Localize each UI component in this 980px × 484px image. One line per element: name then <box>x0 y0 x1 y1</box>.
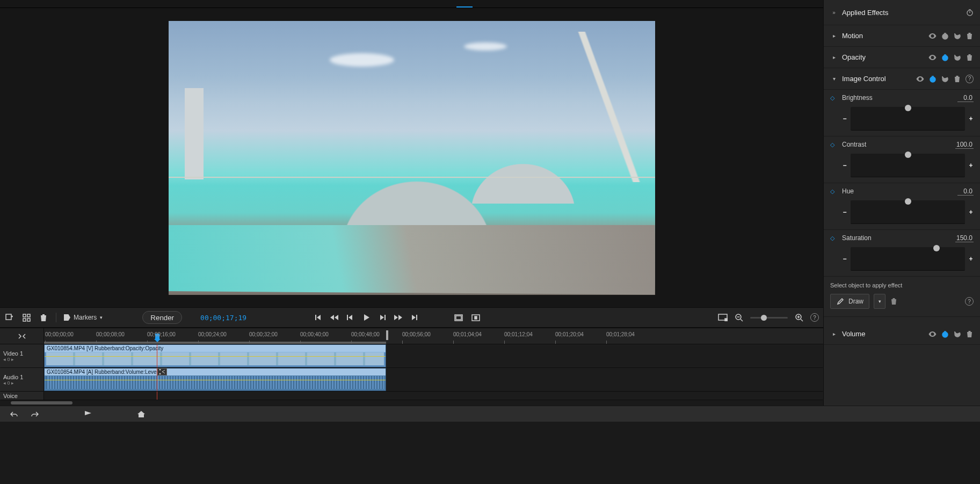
preview-frame[interactable] <box>169 21 655 295</box>
organizer-icon[interactable] <box>84 410 92 418</box>
eye-icon[interactable] <box>928 53 937 61</box>
safe-margins-icon[interactable] <box>454 313 463 322</box>
trash-icon[interactable] <box>953 75 961 83</box>
zoom-out-icon[interactable] <box>734 313 744 322</box>
rewind-icon[interactable] <box>329 313 339 322</box>
section-opacity[interactable]: ▸ Opacity <box>824 47 980 68</box>
fullscreen-icon[interactable] <box>471 313 481 322</box>
video-clip[interactable]: GX010854.MP4 [V] Rubberband:Opacity:Opac… <box>44 344 386 367</box>
chevron-down-icon[interactable]: ▾ <box>830 76 838 82</box>
reset-icon[interactable] <box>941 75 949 83</box>
draw-mask-button[interactable]: Draw <box>830 294 869 309</box>
param-slider[interactable]: − + <box>842 200 974 224</box>
kf-nav[interactable]: ◂ 0 ▸ <box>3 357 40 362</box>
goto-end-icon[interactable] <box>410 313 419 322</box>
current-timecode[interactable]: 00;00;17;19 <box>200 314 246 322</box>
help-icon[interactable]: ? <box>966 75 974 83</box>
stopwatch-icon[interactable] <box>966 9 974 17</box>
timeline-hscroll[interactable] <box>0 400 823 406</box>
help-icon[interactable]: ? <box>965 297 974 306</box>
increment-icon[interactable]: + <box>968 255 974 263</box>
audio-track-header[interactable]: Audio 1 ◂ 0 ▸ <box>0 368 44 391</box>
section-title: Image Control <box>842 75 916 83</box>
decrement-icon[interactable]: − <box>842 255 847 263</box>
goto-start-icon[interactable] <box>313 313 323 322</box>
increment-icon[interactable]: + <box>968 115 974 122</box>
markers-dropdown[interactable]: Markers ▾ <box>64 314 103 321</box>
trash-icon[interactable] <box>966 330 974 338</box>
param-slider[interactable]: − + <box>842 247 974 271</box>
chevron-down-icon: ▾ <box>100 315 103 320</box>
home-icon[interactable] <box>137 410 145 418</box>
zoom-in-icon[interactable] <box>794 313 804 322</box>
param-value[interactable]: 150.0 <box>955 234 974 242</box>
reset-icon[interactable] <box>953 53 961 61</box>
param-value[interactable]: 0.0 <box>957 94 974 102</box>
stopwatch-icon[interactable] <box>941 53 949 61</box>
chevron-right-icon[interactable]: ▸ <box>830 33 838 39</box>
eye-icon[interactable] <box>916 75 924 83</box>
fast-fwd-icon[interactable] <box>394 313 403 322</box>
kf-nav[interactable]: ◂ 0 ▸ <box>3 380 40 386</box>
time-ruler[interactable]: 00;00;00;0000;00;08;0000;00;16;0000;00;2… <box>0 328 823 344</box>
section-image-control[interactable]: ▾ Image Control ? <box>824 68 980 90</box>
clip-label: GX010854.MP4 [A] Rubberband:Volume:Level <box>45 369 386 375</box>
voice-track-header[interactable]: Voice <box>0 392 44 400</box>
increment-icon[interactable]: + <box>968 208 974 216</box>
audio-clip[interactable]: GX010854.MP4 [A] Rubberband:Volume:Level <box>44 368 386 391</box>
param-slider[interactable]: − + <box>842 154 974 177</box>
video-track-header[interactable]: Video 1 ◂ 0 ▸ <box>0 344 44 367</box>
keyframe-toggle-icon[interactable]: ◇ <box>830 235 842 242</box>
play-icon[interactable] <box>361 313 371 322</box>
workspace-tab-strip <box>0 0 823 8</box>
draw-mask-dropdown[interactable]: ▾ <box>874 294 885 309</box>
eye-icon[interactable] <box>928 32 937 40</box>
ruler-label: 00;01;04;04 <box>453 331 482 337</box>
chevron-down-icon: ▾ <box>879 299 881 304</box>
section-volume[interactable]: ▸ Volume <box>824 323 980 345</box>
keyframe-toggle-icon[interactable]: ◇ <box>830 141 842 148</box>
stopwatch-icon[interactable] <box>941 32 949 40</box>
svg-point-14 <box>159 369 161 371</box>
snap-icon[interactable] <box>17 333 27 340</box>
decrement-icon[interactable]: − <box>842 208 847 216</box>
track-name: Video 1 <box>3 350 40 357</box>
timeline-panel: 00;00;00;0000;00;08;0000;00;16;0000;00;2… <box>0 328 823 406</box>
reset-icon[interactable] <box>953 330 961 338</box>
increment-icon[interactable]: + <box>968 162 974 169</box>
param-value[interactable]: 0.0 <box>957 187 974 196</box>
applied-effects-header[interactable]: » Applied Effects <box>824 0 980 25</box>
trash-icon[interactable] <box>890 298 898 306</box>
step-fwd-icon[interactable] <box>378 313 387 322</box>
render-button[interactable]: Render <box>142 311 182 324</box>
step-back-icon[interactable] <box>345 313 355 322</box>
eye-icon[interactable] <box>928 330 937 338</box>
section-motion[interactable]: ▸ Motion <box>824 25 980 47</box>
chevron-right-icon[interactable]: ▸ <box>830 54 838 60</box>
redo-icon[interactable] <box>31 410 39 418</box>
section-title: Opacity <box>842 53 928 61</box>
add-media-icon[interactable] <box>4 313 14 322</box>
project-assets-icon[interactable] <box>21 313 31 322</box>
trash-icon[interactable] <box>39 313 48 322</box>
zoom-slider[interactable] <box>750 317 788 319</box>
svg-rect-1 <box>23 314 26 317</box>
trash-icon[interactable] <box>966 32 974 40</box>
stopwatch-icon[interactable] <box>928 75 937 83</box>
param-value[interactable]: 100.0 <box>955 141 974 149</box>
keyframe-toggle-icon[interactable]: ◇ <box>830 188 842 195</box>
param-slider[interactable]: − + <box>842 107 974 131</box>
work-area-end[interactable] <box>386 330 388 340</box>
decrement-icon[interactable]: − <box>842 115 847 122</box>
split-clip-icon[interactable] <box>157 368 167 375</box>
keyframe-toggle-icon[interactable]: ◇ <box>830 95 842 102</box>
reset-icon[interactable] <box>953 32 961 40</box>
playback-quality-icon[interactable] <box>718 313 728 322</box>
help-icon[interactable]: ? <box>810 313 819 322</box>
collapse-all-icon[interactable]: » <box>830 10 838 16</box>
trash-icon[interactable] <box>966 53 974 61</box>
decrement-icon[interactable]: − <box>842 162 847 169</box>
chevron-right-icon[interactable]: ▸ <box>830 331 838 337</box>
undo-icon[interactable] <box>10 410 18 418</box>
stopwatch-icon[interactable] <box>941 330 949 338</box>
